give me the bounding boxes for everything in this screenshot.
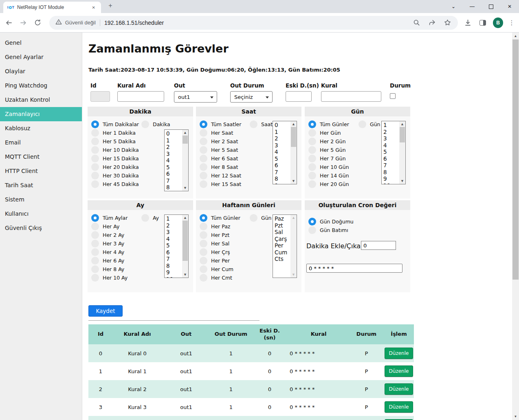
list-option[interactable]: 3: [166, 229, 182, 236]
radio-button[interactable]: [91, 274, 99, 282]
list-option[interactable]: Sal: [275, 229, 290, 236]
list-option[interactable]: 1: [166, 137, 182, 144]
listbox-scrollbar[interactable]: ▲▼: [290, 215, 297, 278]
list-option[interactable]: 6: [275, 162, 290, 169]
scroll-up-arrow-icon[interactable]: ▲: [399, 121, 405, 127]
scroll-up-arrow-icon[interactable]: ▲: [182, 130, 188, 136]
list-option[interactable]: Cts: [275, 256, 290, 262]
radio-option-her-6-saat[interactable]: Her 6 Saat: [200, 154, 241, 163]
profile-avatar[interactable]: B: [493, 18, 504, 28]
radio-button[interactable]: [308, 138, 316, 145]
state-checkbox[interactable]: [390, 93, 396, 99]
list-option[interactable]: 9: [383, 175, 399, 182]
list-option[interactable]: 10: [383, 182, 399, 184]
scroll-down-arrow-icon[interactable]: ▼: [512, 413, 519, 420]
list-option[interactable]: 1: [275, 129, 290, 136]
listbox-scrollbar[interactable]: ▲▼: [290, 121, 297, 184]
list-option[interactable]: 5: [166, 164, 182, 171]
weekday-listbox[interactable]: PazPztSalÇarşPerCumCts▲▼: [273, 214, 297, 278]
radio-button[interactable]: [141, 120, 149, 128]
radio-option-her-per[interactable]: Her Per: [200, 256, 240, 265]
list-option[interactable]: 8: [383, 169, 399, 176]
listbox-scrollbar[interactable]: ▲▼: [399, 121, 405, 184]
list-option[interactable]: 9: [166, 191, 182, 191]
scrollbar-thumb[interactable]: [291, 127, 296, 147]
list-radio-option[interactable]: Gün: [358, 120, 380, 129]
sidebar-item-olaylar[interactable]: Olaylar: [0, 64, 82, 79]
radio-button[interactable]: [200, 146, 207, 154]
rule-name-input[interactable]: [117, 91, 164, 102]
back-icon[interactable]: [4, 18, 14, 28]
radio-option-her-15-dakika[interactable]: Her 15 Dakika: [91, 154, 139, 163]
list-option[interactable]: 8: [275, 175, 290, 182]
radio-option-her-2-ay[interactable]: Her 2 Ay: [91, 231, 128, 239]
radio-option-her-8-saat[interactable]: Her 8 Saat: [200, 163, 241, 171]
scroll-down-arrow-icon[interactable]: ▼: [290, 272, 297, 278]
sidebar-item-kablosuz[interactable]: Kablosuz: [0, 121, 82, 136]
radio-button[interactable]: [200, 248, 207, 256]
url-text[interactable]: 192.168.1.51/scheduler: [104, 20, 164, 26]
radio-option-her-g-n[interactable]: Her Gün: [308, 129, 349, 137]
radio-option-her-cmt[interactable]: Her Cmt: [200, 273, 240, 282]
list-option[interactable]: 1: [383, 122, 399, 129]
radio-button[interactable]: [200, 155, 207, 162]
side-panel-icon[interactable]: [478, 18, 488, 28]
minute-listbox[interactable]: 0123456789▲▼: [164, 129, 189, 191]
scrollbar-thumb[interactable]: [183, 136, 188, 144]
share-icon[interactable]: [428, 18, 437, 27]
search-icon[interactable]: [412, 18, 421, 27]
new-tab-button[interactable]: +: [106, 2, 114, 9]
radio-button[interactable]: [91, 231, 99, 239]
edit-rule-button[interactable]: Düzenle: [385, 383, 413, 395]
radio-button[interactable]: [250, 214, 257, 222]
list-option[interactable]: 8: [166, 262, 182, 269]
cron-value-input[interactable]: [306, 264, 402, 273]
radio-option-her-12-saat[interactable]: Her 12 Saat: [200, 171, 241, 180]
old-delay-input[interactable]: [286, 91, 312, 102]
list-option[interactable]: Per: [275, 242, 290, 249]
list-option[interactable]: 7: [166, 177, 182, 184]
edit-rule-button[interactable]: Düzenle: [385, 348, 413, 359]
list-radio-option[interactable]: Saat: [250, 120, 273, 129]
scroll-down-arrow-icon[interactable]: ▼: [399, 178, 405, 184]
radio-button[interactable]: [91, 138, 99, 145]
radio-button[interactable]: [141, 214, 149, 222]
rule-input[interactable]: [321, 91, 381, 102]
downloads-icon[interactable]: [463, 18, 473, 28]
radio-button[interactable]: [200, 138, 207, 145]
sidebar-item-zamanlay-c[interactable]: Zamanlayıcı: [0, 107, 82, 121]
radio-option-her-7-g-n[interactable]: Her 7 Gün: [308, 154, 349, 163]
list-option[interactable]: 6: [166, 171, 182, 177]
radio-button[interactable]: [91, 240, 99, 247]
radio-option-her-20-dakika[interactable]: Her 20 Dakika: [91, 163, 139, 171]
list-radio-option[interactable]: Ay: [141, 214, 159, 222]
sidebar-item-genel[interactable]: Genel: [0, 36, 82, 50]
radio-option-her-45-dakika[interactable]: Her 45 Dakika: [91, 180, 139, 188]
list-option[interactable]: 7: [166, 256, 182, 262]
listbox-scrollbar[interactable]: ▲▼: [182, 215, 188, 278]
scrollbar-thumb[interactable]: [400, 127, 405, 142]
sidebar-item-mqtt-client[interactable]: MQTT Client: [0, 150, 82, 164]
sidebar-item-ping-watchdog[interactable]: Ping Watchdog: [0, 79, 82, 93]
radio-button[interactable]: [200, 223, 207, 230]
radio-option-her-r[interactable]: Her Çrş: [200, 248, 240, 256]
not-secure-warning-icon[interactable]: [55, 18, 62, 27]
list-option[interactable]: 2: [166, 144, 182, 151]
radio-option-her-14-g-n[interactable]: Her 14 Gün: [308, 171, 349, 180]
list-radio-option[interactable]: Dakika: [141, 120, 170, 129]
radio-option-her-30-dakika[interactable]: Her 30 Dakika: [91, 171, 139, 180]
list-option[interactable]: 2: [166, 222, 182, 229]
list-option[interactable]: 0: [166, 130, 182, 137]
radio-option-her-2-g-n[interactable]: Her 2 Gün: [308, 137, 349, 146]
radio-button[interactable]: [200, 231, 207, 239]
list-option[interactable]: Paz: [275, 215, 290, 222]
radio-option-t-m-g-nler[interactable]: Tüm Günler: [308, 120, 349, 129]
listbox-scrollbar[interactable]: ▲▼: [182, 130, 188, 191]
out-select[interactable]: out1: [174, 91, 217, 103]
address-bar[interactable]: Güvenli değil 192.168.1.51/scheduler: [49, 16, 458, 30]
minute-addsub-input[interactable]: [361, 241, 396, 250]
scroll-up-arrow-icon[interactable]: ▲: [512, 33, 519, 39]
list-option[interactable]: 7: [383, 162, 399, 169]
radio-option-g-n-do-umu[interactable]: Gün Doğumu: [308, 217, 354, 226]
security-label[interactable]: Güvenli değil: [65, 20, 96, 26]
